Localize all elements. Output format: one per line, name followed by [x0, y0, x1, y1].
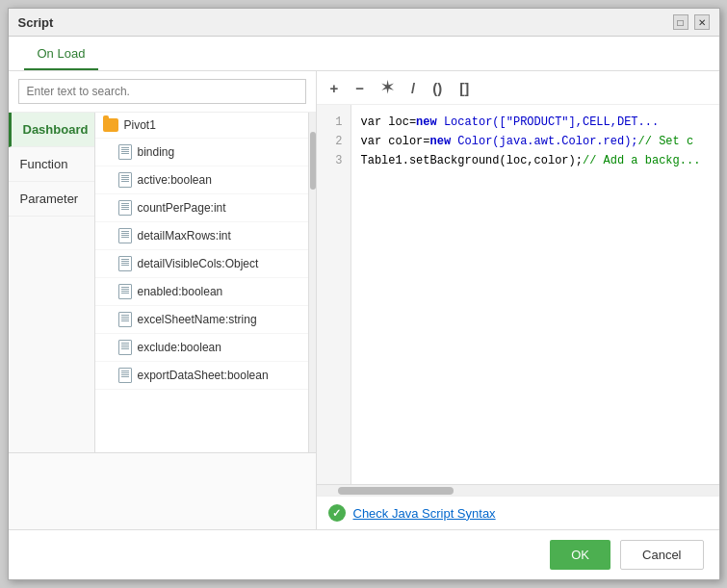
main-content: Dashboard Function Parameter Pivot1	[9, 71, 719, 529]
tree-folder-pivot1[interactable]: Pivot1	[95, 113, 308, 139]
title-bar: Script □ ✕	[9, 9, 719, 37]
file-icon	[118, 228, 132, 243]
brackets-button[interactable]: []	[455, 78, 473, 98]
code-lines: 1 2 3 var loc=new Locator(["PRODUCT"],CE…	[317, 105, 719, 484]
search-box	[9, 71, 316, 113]
file-icon	[118, 368, 132, 383]
folder-icon	[103, 118, 118, 132]
list-item[interactable]: exclude:boolean	[95, 334, 308, 362]
minus-button[interactable]: −	[351, 78, 368, 98]
star-button[interactable]: ✶	[377, 77, 398, 98]
tab-onload[interactable]: On Load	[24, 37, 99, 70]
line-number-3: 3	[317, 151, 351, 170]
editor-toolbar: + − ✶ / () []	[317, 71, 719, 105]
file-icon	[118, 284, 132, 299]
list-item[interactable]: excelSheetName:string	[95, 306, 308, 334]
category-dashboard[interactable]: Dashboard	[9, 113, 94, 147]
code-line-2: var color=new Color(java.awt.Color.red);…	[361, 132, 710, 151]
minimize-button[interactable]: □	[673, 14, 688, 30]
left-panel: Dashboard Function Parameter Pivot1	[9, 71, 317, 529]
dialog-title: Script	[18, 15, 54, 30]
tabs-bar: On Load	[9, 37, 719, 71]
file-icon	[118, 340, 132, 355]
list-item[interactable]: enabled:boolean	[95, 278, 308, 306]
check-syntax-bar: Check Java Script Syntax	[317, 496, 719, 529]
line-numbers: 1 2 3	[317, 105, 351, 484]
search-input[interactable]	[18, 79, 306, 104]
line-number-2: 2	[317, 132, 351, 151]
tree-scrollbar[interactable]	[308, 113, 316, 452]
code-line-3: Table1.setBackground(loc,color);// Add a…	[361, 151, 710, 170]
check-syntax-link[interactable]: Check Java Script Syntax	[353, 506, 496, 521]
list-item[interactable]: detailVisibleCols:Object	[95, 250, 308, 278]
category-list: Dashboard Function Parameter	[9, 113, 95, 452]
tree-panel: Pivot1 binding active:boolean countPerPa…	[95, 113, 308, 452]
category-parameter[interactable]: Parameter	[9, 182, 94, 217]
list-item[interactable]: exportDataSheet:boolean	[95, 362, 308, 390]
horizontal-scrollbar[interactable]	[317, 484, 719, 496]
script-dialog: Script □ ✕ On Load Dashboard	[8, 8, 720, 580]
bottom-preview	[9, 452, 316, 529]
add-button[interactable]: +	[326, 78, 343, 98]
cancel-button[interactable]: Cancel	[620, 540, 703, 570]
dialog-footer: OK Cancel	[9, 529, 719, 579]
list-item[interactable]: detailMaxRows:int	[95, 222, 308, 250]
right-panel: + − ✶ / () [] 1 2 3 var loc=new L	[317, 71, 719, 529]
file-icon	[118, 200, 132, 216]
file-icon	[118, 172, 132, 188]
category-function[interactable]: Function	[9, 147, 94, 182]
list-item[interactable]: binding	[95, 139, 308, 166]
file-icon	[118, 256, 132, 271]
line-number-1: 1	[317, 113, 351, 132]
code-content[interactable]: var loc=new Locator(["PRODUCT"],CELL,DET…	[351, 105, 719, 484]
file-icon	[118, 144, 132, 160]
h-scrollbar-thumb[interactable]	[338, 487, 454, 495]
window-controls: □ ✕	[673, 14, 710, 30]
code-line-1: var loc=new Locator(["PRODUCT"],CELL,DET…	[361, 113, 710, 132]
ok-button[interactable]: OK	[550, 540, 610, 570]
parens-button[interactable]: ()	[428, 78, 446, 98]
check-syntax-icon	[328, 504, 346, 522]
file-icon	[118, 312, 132, 327]
list-item[interactable]: countPerPage:int	[95, 194, 308, 222]
code-editor[interactable]: 1 2 3 var loc=new Locator(["PRODUCT"],CE…	[317, 105, 719, 484]
close-button[interactable]: ✕	[694, 14, 710, 30]
scrollbar-thumb	[310, 132, 316, 190]
left-body: Dashboard Function Parameter Pivot1	[9, 113, 316, 452]
list-item[interactable]: active:boolean	[95, 166, 308, 194]
slash-button[interactable]: /	[407, 78, 419, 98]
